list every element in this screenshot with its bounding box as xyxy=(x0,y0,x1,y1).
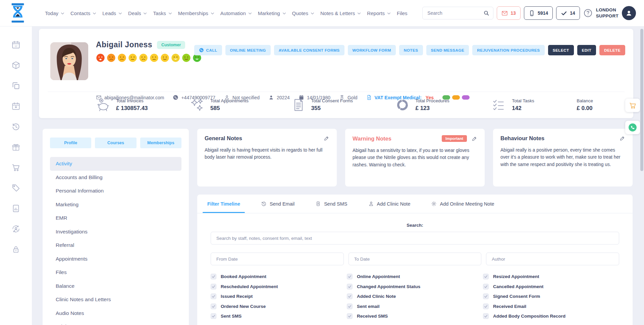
customer-photo[interactable] xyxy=(50,42,88,80)
mood-emoji-5[interactable] xyxy=(139,53,148,62)
sidebar-item-investigations[interactable]: Investigations xyxy=(50,225,181,239)
search-icon[interactable] xyxy=(480,7,493,19)
rail-calendar-icon[interactable]: 12 xyxy=(11,40,20,49)
sidebar-item-drinks[interactable]: Drinks xyxy=(50,320,181,325)
mood-emoji-9[interactable] xyxy=(182,53,191,62)
author-input[interactable] xyxy=(486,253,619,265)
edit-pencil-icon[interactable] xyxy=(472,136,477,142)
delete-button[interactable]: DELETE xyxy=(599,45,625,55)
nav-item-memberships[interactable]: Memberships xyxy=(178,10,214,16)
page-scrollbar[interactable] xyxy=(640,29,643,171)
nav-item-tasks[interactable]: Tasks xyxy=(153,10,172,16)
sidebar-item-audio-notes[interactable]: Audio Notes xyxy=(50,307,181,320)
filter-check-booked-appointment[interactable]: Booked Appointment xyxy=(211,274,347,279)
user-avatar[interactable] xyxy=(622,6,636,20)
edit-pencil-icon[interactable] xyxy=(620,136,625,141)
filter-check-sent-sms[interactable]: Sent SMS xyxy=(211,313,347,319)
rail-report-icon[interactable] xyxy=(11,204,20,213)
checkbox[interactable] xyxy=(211,274,216,279)
floating-call-button[interactable] xyxy=(625,121,640,134)
nav-item-deals[interactable]: Deals xyxy=(128,10,147,16)
help-icon[interactable] xyxy=(583,8,593,18)
filter-check-signed-consent-form[interactable]: Signed Consent Form xyxy=(483,293,619,299)
profile-tab-courses[interactable]: Courses xyxy=(95,138,136,148)
nav-item-files[interactable]: Files xyxy=(397,10,408,16)
mood-emoji-2[interactable] xyxy=(107,53,116,62)
edit-button[interactable]: EDIT xyxy=(577,45,596,55)
tasks-button[interactable]: 14 xyxy=(556,6,580,20)
filter-check-rescheduled-appointment[interactable]: Rescheduled Appointment xyxy=(211,284,347,289)
sidebar-item-referral[interactable]: Referral xyxy=(50,238,181,252)
tab-filter-timeline[interactable]: Filter Timeline xyxy=(207,195,240,213)
nav-item-today[interactable]: Today xyxy=(45,10,64,16)
nav-item-automation[interactable]: Automation xyxy=(220,10,252,16)
rail-history-icon[interactable] xyxy=(11,122,20,131)
filter-check-online-appointment[interactable]: Online Appointment xyxy=(347,274,483,279)
mood-emoji-4[interactable] xyxy=(128,53,137,62)
rail-gift-icon[interactable] xyxy=(11,143,20,152)
available-consent-forms-button[interactable]: AVAILABLE CONSENT FORMS xyxy=(274,45,344,55)
filter-check-received-email[interactable]: Received Email xyxy=(483,304,619,309)
nav-item-marketing[interactable]: Marketing xyxy=(258,10,286,16)
rail-lock-icon[interactable] xyxy=(11,245,20,254)
rail-cart-icon[interactable] xyxy=(11,163,20,172)
select-button[interactable]: SELECT xyxy=(548,45,574,55)
checkbox[interactable] xyxy=(347,304,353,309)
sidebar-item-personal-information[interactable]: Personal Information xyxy=(50,184,181,198)
floating-cart-button[interactable] xyxy=(625,99,640,112)
sidebar-item-files[interactable]: Files xyxy=(50,266,181,279)
rail-tag-icon[interactable] xyxy=(11,183,20,193)
mood-emoji-7[interactable] xyxy=(160,53,169,62)
rejuvenation-procedures-button[interactable]: REJUVENATION PROCEDURES xyxy=(472,45,544,55)
search-input[interactable] xyxy=(423,10,480,16)
app-logo-icon[interactable] xyxy=(9,3,26,23)
nav-item-notes-letters[interactable]: Notes & Letters xyxy=(320,10,361,16)
tab-add-clinic-note[interactable]: Add Clinic Note xyxy=(368,195,411,213)
send-message-button[interactable]: SEND MESSAGE xyxy=(426,45,469,55)
filter-check-issued-receipt[interactable]: Issued Receipt xyxy=(211,293,347,299)
checkbox[interactable] xyxy=(211,284,216,289)
checkbox[interactable] xyxy=(483,284,489,289)
checkbox[interactable] xyxy=(483,304,489,309)
notes-button[interactable]: NOTES xyxy=(399,45,423,55)
rail-calendar-import-icon[interactable] xyxy=(11,102,20,111)
nav-item-reports[interactable]: Reports xyxy=(367,10,391,16)
call-button[interactable]: CALL xyxy=(194,45,222,55)
filter-check-changed-appointment-status[interactable]: Changed Appointment Status xyxy=(347,284,483,289)
checkbox[interactable] xyxy=(347,274,353,279)
checkbox[interactable] xyxy=(347,313,353,319)
sidebar-item-accounts-and-billing[interactable]: Accounts and Billing xyxy=(50,171,181,184)
from-date-input[interactable] xyxy=(211,253,344,265)
filter-check-added-body-composition-record[interactable]: Added Body Composition Record xyxy=(483,313,619,319)
mood-emoji-6[interactable] xyxy=(150,53,159,62)
sidebar-item-clinic-notes-and-letters[interactable]: Clinic Notes and Letters xyxy=(50,293,181,307)
filter-check-added-clinic-note[interactable]: Added Clinic Note xyxy=(347,293,483,299)
filter-check-sent-email[interactable]: Sent email xyxy=(347,304,483,309)
tab-send-sms[interactable]: Send SMS xyxy=(315,195,347,213)
rail-user-sync-icon[interactable] xyxy=(11,224,20,233)
to-date-input[interactable] xyxy=(348,253,482,265)
nav-item-leads[interactable]: Leads xyxy=(102,10,122,16)
filter-check-resized-appointment[interactable]: Resized Appointment xyxy=(483,274,619,279)
checkbox[interactable] xyxy=(483,274,489,279)
nav-item-contacts[interactable]: Contacts xyxy=(70,10,96,16)
sidebar-item-balance[interactable]: Balance xyxy=(50,279,181,293)
filter-check-ordered-new-course[interactable]: Ordered New Course xyxy=(211,304,347,309)
mood-emoji-3[interactable] xyxy=(117,53,126,62)
checkbox[interactable] xyxy=(211,313,216,319)
rail-package-icon[interactable] xyxy=(11,61,20,70)
sidebar-item-appointments[interactable]: Appointments xyxy=(50,252,181,266)
phone-button[interactable]: 5914 xyxy=(524,6,553,20)
filter-check-cancelled-appointment[interactable]: Cancelled Appointment xyxy=(483,284,619,289)
checkbox[interactable] xyxy=(211,293,216,299)
nav-item-quotes[interactable]: Quotes xyxy=(292,10,314,16)
timeline-search-input[interactable] xyxy=(211,232,619,245)
rail-copy-icon[interactable] xyxy=(11,81,20,90)
tab-send-email[interactable]: Send Email xyxy=(261,195,294,213)
sidebar-item-emr[interactable]: EMR xyxy=(50,211,181,225)
checkbox[interactable] xyxy=(483,293,489,299)
profile-tab-profile[interactable]: Profile xyxy=(50,138,91,148)
sidebar-item-activity[interactable]: Activity xyxy=(50,157,181,171)
profile-tab-memberships[interactable]: Memberships xyxy=(140,138,181,148)
filter-check-received-sms[interactable]: Received SMS xyxy=(347,313,483,319)
